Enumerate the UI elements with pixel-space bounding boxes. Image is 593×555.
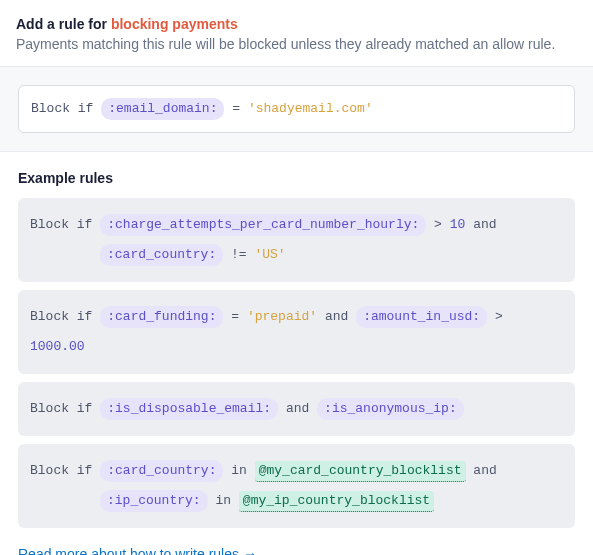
rule-operator: = <box>232 101 240 116</box>
title-highlight: blocking payments <box>111 16 238 32</box>
rule-string-value: 'shadyemail.com' <box>248 101 373 116</box>
example-rule[interactable]: Block if :card_country: in @my_card_coun… <box>18 444 575 528</box>
token-op: > <box>495 309 503 324</box>
examples-heading: Example rules <box>18 170 575 186</box>
example-rule[interactable]: Block if :is_disposable_email: and :is_a… <box>18 382 575 436</box>
dialog-header: Add a rule for blocking payments Payment… <box>0 0 593 66</box>
rule-keyword: Block if <box>30 401 92 416</box>
token-and: and <box>473 463 496 478</box>
example-rule[interactable]: Block if :charge_attempts_per_card_numbe… <box>18 198 575 282</box>
arrow-right-icon: → <box>243 546 257 555</box>
rule-keyword: Block if <box>30 463 92 478</box>
token-op: != <box>231 247 247 262</box>
examples-list: Block if :charge_attempts_per_card_numbe… <box>18 198 575 528</box>
dialog-title: Add a rule for blocking payments <box>16 16 577 32</box>
token-field: :charge_attempts_per_card_number_hourly: <box>100 214 426 236</box>
token-field: :card_funding: <box>100 306 223 328</box>
token-list: @my_card_country_blocklist <box>255 461 466 482</box>
token-and: and <box>286 401 309 416</box>
token-and: and <box>325 309 348 324</box>
token-field: :is_disposable_email: <box>100 398 278 420</box>
example-rule[interactable]: Block if :card_funding: = 'prepaid' and … <box>18 290 575 374</box>
token-str: 'prepaid' <box>247 309 317 324</box>
examples-section: Example rules Block if :charge_attempts_… <box>0 152 593 555</box>
rule-editor-section: Block if :email_domain: = 'shadyemail.co… <box>0 66 593 152</box>
token-and: and <box>473 217 496 232</box>
token-op: in <box>215 493 231 508</box>
token-field: :ip_country: <box>100 490 208 512</box>
token-op: = <box>231 309 239 324</box>
rule-keyword: Block if <box>30 217 92 232</box>
rule-keyword: Block if <box>31 101 93 116</box>
token-op: > <box>434 217 442 232</box>
rule-keyword: Block if <box>30 309 92 324</box>
read-more-text: Read more about how to write rules <box>18 546 239 555</box>
token-num: 1000.00 <box>30 339 85 354</box>
token-field: :is_anonymous_ip: <box>317 398 464 420</box>
read-more-link[interactable]: Read more about how to write rules → <box>18 546 257 555</box>
title-prefix: Add a rule for <box>16 16 111 32</box>
rule-editor-input[interactable]: Block if :email_domain: = 'shadyemail.co… <box>18 85 575 133</box>
dialog-subtitle: Payments matching this rule will be bloc… <box>16 36 577 52</box>
token-list: @my_ip_country_blocklist <box>239 491 434 512</box>
token-op: in <box>231 463 247 478</box>
rule-field-token: :email_domain: <box>101 98 224 120</box>
token-field: :card_country: <box>100 460 223 482</box>
token-field: :card_country: <box>100 244 223 266</box>
token-num: 10 <box>450 217 466 232</box>
token-str: 'US' <box>254 247 285 262</box>
token-field: :amount_in_usd: <box>356 306 487 328</box>
